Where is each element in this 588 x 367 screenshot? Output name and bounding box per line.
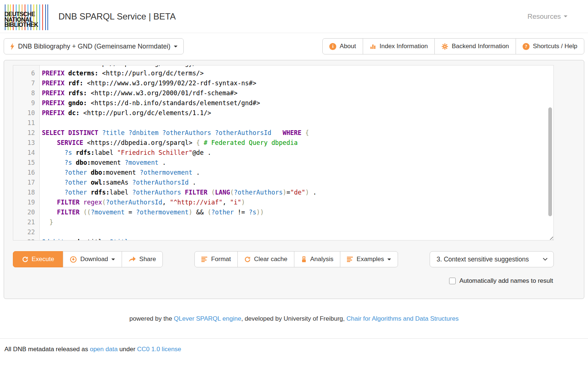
code-line[interactable]: ?dnbitem dc:title ?title . <box>42 237 553 240</box>
line-numbers: 567891011121314151617181920212223 <box>13 65 40 240</box>
line-number: 12 <box>13 128 35 138</box>
about-button[interactable]: i About <box>322 38 363 54</box>
shortcuts-help-label: Shortcuts / Help <box>533 43 577 50</box>
code-line[interactable]: PREFIX dc: <http://purl.org/dc/elements/… <box>42 108 553 118</box>
auto-names-checkbox[interactable] <box>449 278 456 284</box>
line-number: 6 <box>13 68 35 78</box>
actions-row: Execute Download Share Form <box>13 251 554 267</box>
query-panel: 567891011121314151617181920212223 PREFIX… <box>4 60 584 299</box>
download-label: Download <box>80 256 108 263</box>
backend-selector-button[interactable]: DNB Bibliography + GND (Gemeinsame Normd… <box>4 38 184 54</box>
shortcuts-help-button[interactable]: ? Shortcuts / Help <box>516 38 584 54</box>
align-left-icon <box>347 257 353 262</box>
share-label: Share <box>139 256 156 263</box>
chevron-down-icon <box>564 15 567 17</box>
text-fragment: powered by the <box>129 315 174 322</box>
options-row: Automatically add names to result <box>13 277 554 285</box>
code-line[interactable]: PREFIX gndo: <https://d-nb.info/standard… <box>42 98 553 108</box>
line-number: 10 <box>13 108 35 118</box>
text-link[interactable]: CC0 1.0 license <box>137 346 181 353</box>
code-line[interactable]: FILTER ((?movement = ?othermovement) && … <box>42 207 553 217</box>
examples-button[interactable]: Examples <box>340 251 398 267</box>
code-line[interactable]: ?other rdfs:label ?otherAuthors FILTER (… <box>42 188 553 197</box>
chevron-down-icon <box>111 259 115 260</box>
info-circle-icon: i <box>329 43 336 50</box>
download-button[interactable]: Download <box>63 251 122 267</box>
code-line[interactable]: ?other dbo:movement ?othermovement . <box>42 168 553 178</box>
line-number: 11 <box>13 118 35 128</box>
text-link[interactable]: Chair for Algorithms and Data Structures <box>347 315 459 322</box>
clear-cache-button[interactable]: Clear cache <box>237 251 294 267</box>
refresh-icon <box>244 256 251 263</box>
page-title: DNB SPARQL Service | BETA <box>58 11 176 22</box>
code-line[interactable]: PREFIX rdfs: <http://www.w3.org/2000/01/… <box>42 88 553 98</box>
code-line[interactable] <box>42 118 553 128</box>
line-number: 16 <box>13 168 35 178</box>
analysis-flask-icon <box>301 256 307 263</box>
dnb-logo: DEUTSCHE NATIONAL BIBLIOTHEK <box>4 4 49 30</box>
suggestions-select[interactable]: 3. Context sensitive suggestions <box>430 251 554 267</box>
app-header: DEUTSCHE NATIONAL BIBLIOTHEK DNB SPARQL … <box>0 0 588 33</box>
line-number: 23 <box>13 237 35 240</box>
examples-label: Examples <box>356 256 384 263</box>
line-number: 21 <box>13 217 35 227</box>
execute-button-group: Execute Download Share <box>13 251 163 267</box>
text-link[interactable]: open data <box>90 346 118 353</box>
text-fragment: All DNB metadata released as <box>4 346 90 353</box>
align-left-icon <box>201 257 208 262</box>
chevron-down-icon <box>543 258 548 261</box>
auto-names-label: Automatically add names to result <box>459 277 553 285</box>
execute-label: Execute <box>32 256 54 263</box>
sparql-editor[interactable]: 567891011121314151617181920212223 PREFIX… <box>13 65 554 240</box>
line-number: 14 <box>13 148 35 158</box>
line-number: 13 <box>13 138 35 148</box>
code-line[interactable] <box>42 227 553 237</box>
powered-by-line: powered by the QLever SPARQL engine, dev… <box>0 315 588 323</box>
bar-chart-icon <box>370 43 376 50</box>
gear-icon <box>441 43 448 50</box>
download-circle-icon <box>70 256 77 263</box>
code-line[interactable]: PREFIX rdf: <http://www.w3.org/1999/02/2… <box>42 78 553 88</box>
code-line[interactable]: PREFIX dbo: <http://dbpedia.org/ontology… <box>42 65 553 68</box>
backend-information-button[interactable]: Backend Information <box>434 38 516 54</box>
code-lines[interactable]: PREFIX dbo: <http://dbpedia.org/ontology… <box>40 65 553 240</box>
license-line: All DNB metadata released as open data u… <box>4 346 588 353</box>
execute-button[interactable]: Execute <box>13 251 63 267</box>
index-information-button[interactable]: Index Information <box>363 38 435 54</box>
code-line[interactable]: ?s rdfs:label "Friedrich Schiller"@de . <box>42 148 553 158</box>
line-number: 15 <box>13 158 35 168</box>
toolbar: DNB Bibliography + GND (Gemeinsame Normd… <box>4 38 584 54</box>
line-number: 5 <box>13 65 35 68</box>
question-circle-icon: ? <box>523 43 530 50</box>
text-link[interactable]: QLever SPARQL engine <box>174 315 241 322</box>
chevron-down-icon <box>387 259 391 260</box>
share-arrow-icon <box>129 256 136 262</box>
code-line[interactable]: SELECT DISTINCT ?title ?dnbitem ?otherAu… <box>42 128 553 138</box>
line-number: 17 <box>13 178 35 188</box>
resources-menu[interactable]: Resources <box>527 13 567 21</box>
code-line[interactable]: ?s dbo:movement ?movement . <box>42 158 553 168</box>
code-line[interactable]: } <box>42 217 553 227</box>
share-button[interactable]: Share <box>122 251 163 267</box>
code-scroll-area[interactable]: 567891011121314151617181920212223 PREFIX… <box>13 65 553 240</box>
refresh-icon <box>22 256 28 263</box>
analysis-label: Analysis <box>310 256 333 263</box>
lightning-bolt-icon <box>10 43 15 50</box>
resources-label: Resources <box>527 13 561 21</box>
line-number: 19 <box>13 197 35 207</box>
logo-line: BIBLIOTHEK <box>4 22 38 28</box>
vertical-scrollbar-thumb[interactable] <box>548 107 552 216</box>
analysis-button[interactable]: Analysis <box>294 251 340 267</box>
code-line[interactable]: SERVICE <https://dbpedia.org/sparql> { #… <box>42 138 553 148</box>
line-number: 7 <box>13 78 35 88</box>
suggestions-selected-option: 3. Context sensitive suggestions <box>437 256 529 263</box>
code-line[interactable]: PREFIX dcterms: <http://purl.org/dc/term… <box>42 68 553 78</box>
format-label: Format <box>211 256 231 263</box>
format-button[interactable]: Format <box>194 251 238 267</box>
index-information-label: Index Information <box>380 43 428 50</box>
tools-button-group: Format Clear cache Analysis Examples <box>194 251 398 267</box>
code-line[interactable]: ?other owl:sameAs ?otherAuthorsId . <box>42 178 553 188</box>
code-line[interactable]: FILTER regex(?otherAuthorsId, "^http://v… <box>42 197 553 207</box>
line-number: 9 <box>13 98 35 108</box>
clear-cache-label: Clear cache <box>254 256 287 263</box>
